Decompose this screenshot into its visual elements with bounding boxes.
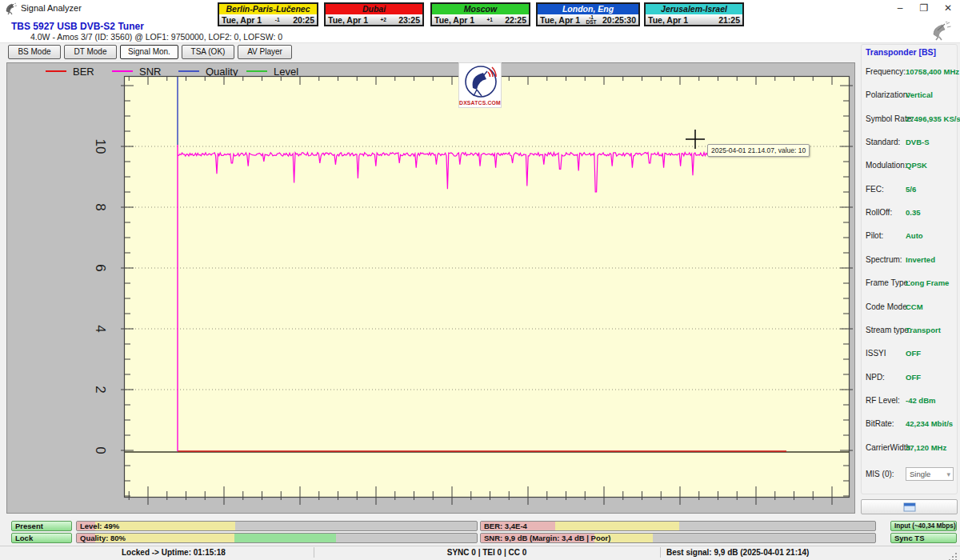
open-window-button[interactable] — [861, 499, 958, 514]
field-label-frametype: Frame Type: — [866, 278, 910, 287]
clock-date: Tue, Apr 1 — [328, 15, 368, 25]
dxsatcs-logo-graphic — [460, 64, 502, 99]
transponder-groupbox: Transponder [BS] Frequency:10758,400 MHz… — [861, 44, 958, 494]
window-icon — [903, 502, 916, 512]
field-label-spectrum: Spectrum: — [866, 255, 902, 264]
tab-tsa-ok-[interactable]: TSA (OK) — [182, 45, 234, 59]
field-value-carrierwidth: 37,120 MHz — [906, 443, 946, 452]
transponder-title: Transponder [BS] — [866, 47, 936, 57]
clock-time: 20:25 — [293, 15, 314, 25]
status-divider — [660, 547, 661, 558]
field-label-standard: Standard: — [866, 138, 900, 146]
legend-line-level — [246, 70, 267, 72]
field-value-issyi: OFF — [906, 349, 921, 358]
status-lock-uptime: Locked -> Uptime: 01:15:18 — [122, 548, 226, 557]
field-label-modulation: Modulation: — [866, 161, 907, 170]
y-tick-label: 6 — [91, 258, 109, 278]
indicator-ber-segment — [555, 522, 679, 530]
maximize-button[interactable]: ❐ — [914, 2, 934, 14]
field-value-pilot: Auto — [906, 231, 923, 240]
clock-time-row: Tue, Apr 1-120:25 — [219, 14, 317, 25]
field-value-fec: 5/6 — [906, 185, 916, 194]
clock-widget: MoscowTue, Apr 1+122:25 — [430, 2, 530, 26]
resize-grip[interactable] — [949, 550, 958, 560]
clock-utc-offset: +1 — [474, 18, 505, 22]
field-label-streamtype: Stream type: — [866, 326, 911, 334]
field-label-pilot: Pilot: — [866, 231, 883, 240]
y-tick-label: 10 — [91, 136, 109, 157]
status-best-signal: Best signal: 9,9 dB (2025-04-01 21:14) — [666, 548, 809, 557]
clock-time-row: Tue, Apr 1+223:25 — [326, 14, 422, 25]
indicator-quality: Quality: 80% — [76, 533, 478, 543]
field-label-rflevel: RF Level: — [866, 396, 900, 405]
field-value-npd: OFF — [906, 373, 921, 382]
indicator-sync-ts: Sync TS — [890, 533, 957, 543]
chart-tooltip: 2025-04-01 21.14.07, value: 10 — [707, 144, 810, 157]
indicator-input-label: Input (~40,34 Mbps) — [894, 522, 956, 531]
mis-value: Single — [910, 470, 930, 478]
clock-date: Tue, Apr 1 — [648, 15, 688, 25]
field-value-standard: DVB-S — [906, 138, 930, 146]
indicator-present-label: Present — [15, 522, 43, 531]
clock-date: Tue, Apr 1 — [222, 15, 262, 25]
field-value-spectrum: Inverted — [906, 255, 935, 264]
clock-utc-offset: +2 — [368, 18, 398, 22]
field-label-frequency: Frequency: — [866, 67, 906, 76]
legend-line-ber — [46, 70, 66, 72]
clock-city: London, Eng — [538, 4, 638, 14]
close-button[interactable]: ✕ — [938, 2, 958, 14]
field-label-fec: FEC: — [866, 185, 884, 194]
indicator-lock: Lock — [11, 533, 72, 543]
indicator-input: Input (~40,34 Mbps) — [890, 521, 957, 531]
field-label-polarization: Polarization: — [866, 90, 910, 99]
tab-dt-mode[interactable]: DT Mode — [64, 45, 117, 59]
clock-date: Tue, Apr 1 — [434, 15, 474, 25]
tab-signal-mon-[interactable]: Signal Mon. — [120, 45, 178, 59]
clock-date: Tue, Apr 1 — [540, 15, 580, 25]
clock-widget: DubaiTue, Apr 1+223:25 — [324, 2, 424, 26]
y-tick-label: 2 — [91, 379, 109, 400]
field-value-rflevel: -42 dBm — [906, 396, 935, 405]
clock-utc-offset: -1DST — [580, 15, 602, 25]
indicator-level-label: Level: 49% — [80, 522, 119, 531]
mis-label: MIS (0): — [866, 470, 894, 478]
dxsatcs-logo-text: DXSATCS.COM — [459, 100, 501, 106]
tuner-info: 4.0W - Amos 3/7 (ID: 3560) @ LOF1: 97500… — [30, 32, 282, 42]
legend-line-snr — [112, 70, 133, 72]
signal-analyzer-window: Signal Analyzer – ❐ ✕ TBS 5927 USB DVB-S… — [0, 0, 960, 560]
satellite-dish-icon — [929, 22, 954, 44]
field-value-codemode: CCM — [906, 302, 923, 311]
minimize-button[interactable]: – — [890, 2, 910, 14]
field-value-bitrate: 42,234 Mbit/s — [906, 419, 953, 428]
y-tick-label: 0 — [91, 440, 109, 461]
chevron-down-icon: ▾ — [946, 469, 950, 481]
field-label-npd: NPD: — [866, 373, 885, 382]
app-dish-icon — [5, 2, 18, 18]
clock-city: Berlin-Paris-Lučenec — [219, 4, 317, 14]
dxsatcs-logo: DXSATCS.COM — [458, 62, 502, 108]
clock-utc-offset: -1 — [262, 18, 293, 22]
indicator-snr-label: SNR: 9,9 dB (Margin: 3,4 dB | Poor) — [484, 534, 610, 543]
field-value-polarization: Vertical — [906, 90, 933, 99]
legend-label-ber: BER — [73, 66, 94, 78]
indicator-quality-label: Quality: 80% — [80, 534, 126, 543]
clock-time-row: Tue, Apr 1+122:25 — [432, 14, 529, 25]
field-label-bitrate: BitRate: — [866, 419, 894, 428]
indicator-lock-label: Lock — [15, 534, 33, 543]
tab-av-player[interactable]: AV Player — [238, 45, 292, 59]
clock-widget: Jerusalem-IsraelTue, Apr 121:25 — [644, 2, 744, 26]
clock-city: Dubai — [326, 4, 422, 14]
signal-chart[interactable] — [124, 76, 850, 498]
clock-city: Moscow — [432, 4, 529, 14]
mis-dropdown[interactable]: Single ▾ — [906, 467, 954, 481]
y-tick-label: 8 — [91, 197, 109, 218]
field-value-streamtype: Transport — [906, 326, 941, 334]
window-title: Signal Analyzer — [21, 3, 82, 13]
clock-widget: Berlin-Paris-LučenecTue, Apr 1-120:25 — [218, 2, 318, 26]
indicator-quality-segment — [234, 534, 336, 542]
field-label-issyi: ISSYI — [866, 349, 886, 358]
clock-time-row: Tue, Apr 121:25 — [646, 14, 742, 25]
indicator-snr: SNR: 9,9 dB (Margin: 3,4 dB | Poor) — [480, 533, 876, 543]
tab-bs-mode[interactable]: BS Mode — [8, 45, 61, 59]
indicator-sync-ts-label: Sync TS — [894, 534, 925, 543]
